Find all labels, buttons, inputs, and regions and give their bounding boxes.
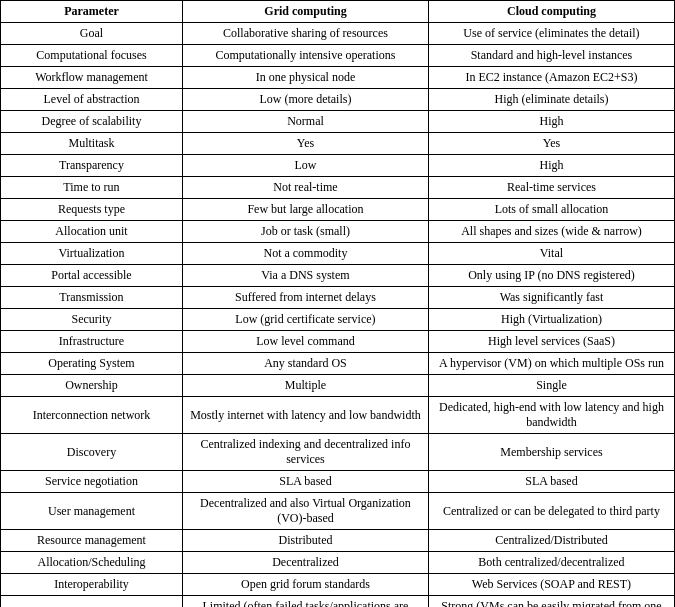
grid-cell: Mostly internet with latency and low ban… (182, 397, 428, 434)
param-cell: Resource management (1, 530, 183, 552)
table-row: Allocation unitJob or task (small)All sh… (1, 221, 675, 243)
grid-cell: Job or task (small) (182, 221, 428, 243)
cloud-cell: Use of service (eliminates the detail) (428, 23, 674, 45)
cloud-cell: Dedicated, high-end with low latency and… (428, 397, 674, 434)
param-cell: Goal (1, 23, 183, 45)
grid-cell: Computationally intensive operations (182, 45, 428, 67)
cloud-cell: Single (428, 375, 674, 397)
param-cell: Discovery (1, 434, 183, 471)
grid-cell: Decentralized and also Virtual Organizat… (182, 493, 428, 530)
table-row: SecurityLow (grid certificate service)Hi… (1, 309, 675, 331)
table-row: Resource managementDistributedCentralize… (1, 530, 675, 552)
header-grid: Grid computing (182, 1, 428, 23)
cloud-cell: High (428, 155, 674, 177)
param-cell: Computational focuses (1, 45, 183, 67)
table-row: TransmissionSuffered from internet delay… (1, 287, 675, 309)
grid-cell: Yes (182, 133, 428, 155)
grid-cell: SLA based (182, 471, 428, 493)
table-row: Interconnection networkMostly internet w… (1, 397, 675, 434)
cloud-cell: In EC2 instance (Amazon EC2+S3) (428, 67, 674, 89)
table-row: Degree of scalabilityNormalHigh (1, 111, 675, 133)
grid-cell: Low (182, 155, 428, 177)
param-cell: Failure management (1, 596, 183, 608)
cloud-cell: SLA based (428, 471, 674, 493)
param-cell: Ownership (1, 375, 183, 397)
grid-cell: Normal (182, 111, 428, 133)
cloud-cell: Centralized/Distributed (428, 530, 674, 552)
param-cell: Allocation unit (1, 221, 183, 243)
param-cell: Time to run (1, 177, 183, 199)
cloud-cell: High (428, 111, 674, 133)
table-row: GoalCollaborative sharing of resourcesUs… (1, 23, 675, 45)
cloud-cell: Real-time services (428, 177, 674, 199)
param-cell: Operating System (1, 353, 183, 375)
table-row: Portal accessibleVia a DNS systemOnly us… (1, 265, 675, 287)
cloud-cell: High (eliminate details) (428, 89, 674, 111)
table-row: Requests typeFew but large allocationLot… (1, 199, 675, 221)
cloud-cell: High (Virtualization) (428, 309, 674, 331)
grid-cell: In one physical node (182, 67, 428, 89)
grid-cell: Centralized indexing and decentralized i… (182, 434, 428, 471)
cloud-cell: Centralized or can be delegated to third… (428, 493, 674, 530)
cloud-cell: Yes (428, 133, 674, 155)
table-row: Level of abstractionLow (more details)Hi… (1, 89, 675, 111)
header-cloud: Cloud computing (428, 1, 674, 23)
table-row: MultitaskYesYes (1, 133, 675, 155)
cloud-cell: Lots of small allocation (428, 199, 674, 221)
param-cell: User management (1, 493, 183, 530)
grid-cell: Open grid forum standards (182, 574, 428, 596)
param-cell: Security (1, 309, 183, 331)
grid-cell: Decentralized (182, 552, 428, 574)
grid-cell: Via a DNS system (182, 265, 428, 287)
param-cell: Service negotiation (1, 471, 183, 493)
table-row: InteroperabilityOpen grid forum standard… (1, 574, 675, 596)
table-row: InfrastructureLow level commandHigh leve… (1, 331, 675, 353)
param-cell: Transmission (1, 287, 183, 309)
param-cell: Allocation/Scheduling (1, 552, 183, 574)
cloud-cell: Membership services (428, 434, 674, 471)
cloud-cell: A hypervisor (VM) on which multiple OSs … (428, 353, 674, 375)
grid-cell: Multiple (182, 375, 428, 397)
header-parameter: Parameter (1, 1, 183, 23)
param-cell: Workflow management (1, 67, 183, 89)
param-cell: Multitask (1, 133, 183, 155)
param-cell: Portal accessible (1, 265, 183, 287)
grid-cell: Distributed (182, 530, 428, 552)
table-row: Time to runNot real-timeReal-time servic… (1, 177, 675, 199)
table-row: Operating SystemAny standard OSA hypervi… (1, 353, 675, 375)
table-row: Computational focusesComputationally int… (1, 45, 675, 67)
param-cell: Interconnection network (1, 397, 183, 434)
grid-cell: Collaborative sharing of resources (182, 23, 428, 45)
param-cell: Transparency (1, 155, 183, 177)
grid-cell: Limited (often failed tasks/applications… (182, 596, 428, 608)
cloud-cell: Standard and high-level instances (428, 45, 674, 67)
param-cell: Virtualization (1, 243, 183, 265)
grid-cell: Low (more details) (182, 89, 428, 111)
param-cell: Interoperability (1, 574, 183, 596)
cloud-cell: High level services (SaaS) (428, 331, 674, 353)
cloud-cell: Vital (428, 243, 674, 265)
cloud-cell: All shapes and sizes (wide & narrow) (428, 221, 674, 243)
grid-cell: Low level command (182, 331, 428, 353)
table-row: User managementDecentralized and also Vi… (1, 493, 675, 530)
param-cell: Level of abstraction (1, 89, 183, 111)
param-cell: Infrastructure (1, 331, 183, 353)
cloud-cell: Web Services (SOAP and REST) (428, 574, 674, 596)
grid-cell: Few but large allocation (182, 199, 428, 221)
table-row: OwnershipMultipleSingle (1, 375, 675, 397)
table-row: Service negotiationSLA basedSLA based (1, 471, 675, 493)
grid-cell: Low (grid certificate service) (182, 309, 428, 331)
table-row: Failure managementLimited (often failed … (1, 596, 675, 608)
grid-cell: Not a commodity (182, 243, 428, 265)
comparison-table: Parameter Grid computing Cloud computing… (0, 0, 675, 607)
table-row: DiscoveryCentralized indexing and decent… (1, 434, 675, 471)
cloud-cell: Was significantly fast (428, 287, 674, 309)
grid-cell: Not real-time (182, 177, 428, 199)
cloud-cell: Strong (VMs can be easily migrated from … (428, 596, 674, 608)
cloud-cell: Only using IP (no DNS registered) (428, 265, 674, 287)
param-cell: Requests type (1, 199, 183, 221)
table-row: TransparencyLowHigh (1, 155, 675, 177)
table-row: Workflow managementIn one physical nodeI… (1, 67, 675, 89)
table-row: VirtualizationNot a commodityVital (1, 243, 675, 265)
param-cell: Degree of scalability (1, 111, 183, 133)
